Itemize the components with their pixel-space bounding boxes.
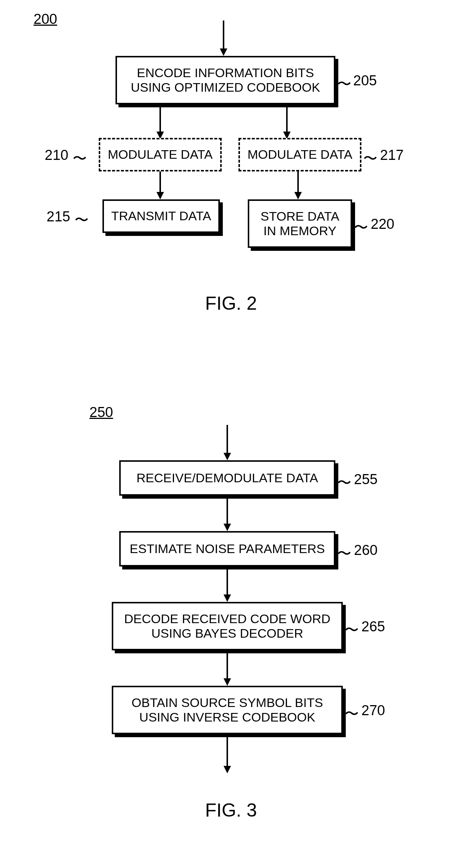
transmit-box-wrap: TRANSMIT DATA	[102, 199, 220, 233]
arrow-est-decode	[224, 569, 231, 603]
tilde: 〜	[337, 75, 351, 94]
encode-ref: 205	[353, 73, 377, 89]
arrow-modL-down	[156, 171, 164, 201]
svg-marker-7	[156, 192, 164, 199]
store-box-wrap: STORE DATA IN MEMORY	[248, 199, 352, 248]
tilde: 〜	[337, 544, 351, 563]
page: 200 ENCODE INFORMATION BITS USING OPTIMI…	[0, 0, 462, 868]
tilde: 〜	[345, 704, 358, 723]
est-box-wrap: ESTIMATE NOISE PARAMETERS	[119, 531, 335, 566]
encode-box-wrap: ENCODE INFORMATION BITS USING OPTIMIZED …	[116, 56, 335, 104]
svg-marker-15	[224, 594, 231, 602]
arrow-recv-est	[224, 499, 231, 532]
arrow-modR-down	[294, 171, 302, 201]
arrow-into-encode	[220, 20, 227, 56]
encode-box: ENCODE INFORMATION BITS USING OPTIMIZED …	[116, 56, 335, 104]
est-ref: 260	[354, 542, 377, 558]
arrow-decode-obtain	[224, 653, 231, 687]
svg-marker-11	[224, 453, 231, 460]
arrow-into-recv	[224, 425, 231, 460]
store-box: STORE DATA IN MEMORY	[248, 199, 352, 248]
transmit-ref: 215	[47, 209, 70, 225]
recv-box-wrap: RECEIVE/DEMODULATE DATA	[119, 460, 335, 496]
obtain-box-wrap: OBTAIN SOURCE SYMBOL BITS USING INVERSE …	[112, 686, 343, 734]
recv-ref: 255	[354, 471, 377, 487]
decode-box: DECODE RECEIVED CODE WORD USING BAYES DE…	[112, 602, 343, 650]
tilde: 〜	[75, 211, 88, 230]
modulate-right-box: MODULATE DATA	[238, 138, 361, 171]
tilde: 〜	[363, 149, 377, 168]
fig3-caption: FIG. 3	[0, 799, 462, 821]
obtain-box: OBTAIN SOURCE SYMBOL BITS USING INVERSE …	[112, 686, 343, 734]
svg-marker-19	[224, 766, 231, 773]
tilde: 〜	[354, 218, 367, 237]
modulate-right-ref: 217	[380, 147, 404, 163]
store-ref: 220	[371, 216, 394, 232]
decode-box-wrap: DECODE RECEIVED CODE WORD USING BAYES DE…	[112, 602, 343, 650]
tilde: 〜	[337, 473, 351, 492]
tilde: 〜	[345, 621, 358, 640]
est-box: ESTIMATE NOISE PARAMETERS	[119, 531, 335, 566]
obtain-ref: 270	[361, 703, 385, 719]
modulate-left-ref: 210	[45, 147, 68, 163]
fig3-ref: 250	[89, 404, 113, 420]
svg-marker-9	[294, 192, 302, 199]
svg-marker-13	[224, 524, 231, 531]
fig2-caption: FIG. 2	[0, 293, 462, 314]
recv-box: RECEIVE/DEMODULATE DATA	[119, 460, 335, 496]
arrow-out-bottom	[224, 737, 231, 774]
transmit-box: TRANSMIT DATA	[102, 199, 220, 233]
tilde: 〜	[73, 149, 86, 168]
fig2-ref: 200	[34, 11, 57, 27]
svg-marker-17	[224, 678, 231, 686]
modulate-left-box: MODULATE DATA	[99, 138, 222, 171]
svg-marker-1	[220, 48, 227, 56]
decode-ref: 265	[361, 619, 385, 635]
